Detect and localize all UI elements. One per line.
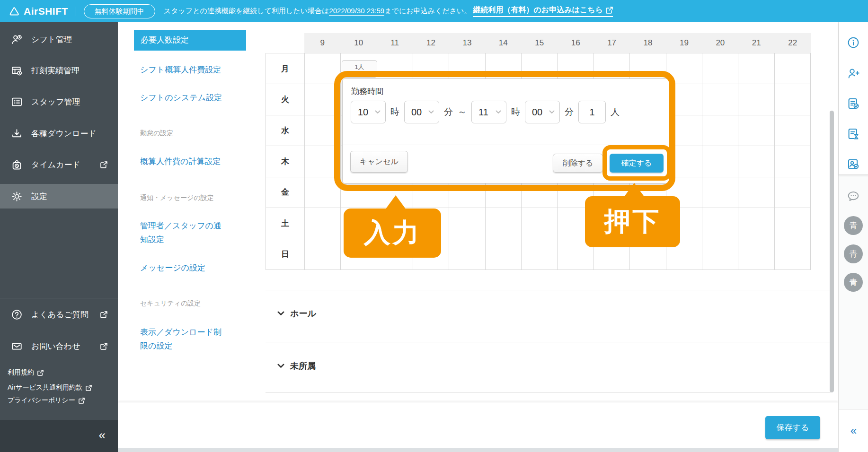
grid-cell[interactable] bbox=[738, 84, 774, 115]
settings-nav-shift-system[interactable]: シフトのシステム設定 bbox=[140, 91, 230, 104]
grid-cell[interactable] bbox=[305, 177, 341, 208]
sidebar-item-contact[interactable]: お問い合わせ bbox=[0, 336, 118, 356]
group-hall[interactable]: ホール bbox=[277, 306, 316, 321]
grid-cell[interactable] bbox=[775, 146, 811, 177]
grid-cell[interactable] bbox=[666, 84, 702, 115]
hour-label: 15 bbox=[522, 33, 558, 53]
grid-cell[interactable] bbox=[702, 84, 738, 115]
grid-cell[interactable] bbox=[775, 208, 811, 239]
grid-cell[interactable] bbox=[702, 208, 738, 239]
grid-cell[interactable] bbox=[738, 177, 774, 208]
grid-cell[interactable] bbox=[666, 146, 702, 177]
sidebar-item-settings[interactable]: 設定 bbox=[0, 184, 118, 209]
grid-cell[interactable] bbox=[775, 84, 811, 115]
settings-nav-labor-cost-calc[interactable]: 概算人件費の計算設定 bbox=[140, 155, 230, 168]
grid-cell[interactable] bbox=[486, 208, 522, 239]
member-badge[interactable]: 青 bbox=[844, 244, 863, 263]
grid-cell[interactable] bbox=[738, 208, 774, 239]
grid-cell[interactable] bbox=[305, 84, 341, 115]
settings-nav-message[interactable]: メッセージの設定 bbox=[140, 261, 230, 275]
grid-cell[interactable] bbox=[305, 115, 341, 146]
sidebar-item-label: よくあるご質問 bbox=[31, 309, 89, 320]
sidebar-item-downloads[interactable]: 各種ダウンロード bbox=[0, 118, 118, 149]
grid-cell[interactable] bbox=[305, 239, 341, 270]
day-label: 土 bbox=[266, 208, 305, 239]
cancel-button[interactable]: キャンセル bbox=[350, 151, 408, 173]
day-label: 月 bbox=[266, 53, 305, 84]
grid-cell[interactable] bbox=[775, 53, 811, 84]
hour-label: 12 bbox=[413, 33, 449, 53]
doc-hourglass-icon[interactable] bbox=[846, 127, 860, 141]
delete-button[interactable]: 削除する bbox=[553, 154, 603, 173]
grid-cell[interactable] bbox=[449, 239, 485, 270]
external-link-icon bbox=[606, 7, 613, 14]
member-badge[interactable]: 青 bbox=[844, 273, 863, 292]
start-minute-select[interactable]: 00 bbox=[404, 101, 439, 123]
rail-collapse-button[interactable]: « bbox=[839, 409, 868, 452]
start-hour-select[interactable]: 10 bbox=[351, 101, 386, 123]
settings-nav-admin-staff-notify[interactable]: 管理者／スタッフの通知設定 bbox=[140, 219, 224, 246]
person-doc-check-icon[interactable] bbox=[846, 157, 860, 171]
air-terms-link[interactable]: Airサービス共通利用約款 bbox=[8, 383, 92, 392]
sidebar-item-time-card[interactable]: タイムカード bbox=[0, 149, 118, 180]
end-minute-select[interactable]: 00 bbox=[525, 101, 560, 123]
end-minute-value: 00 bbox=[532, 107, 542, 118]
settings-nav-shift-labor-cost[interactable]: シフト概算人件費設定 bbox=[140, 63, 230, 77]
grid-cell[interactable] bbox=[666, 115, 702, 146]
save-button[interactable]: 保存する bbox=[765, 416, 820, 439]
grid-cell[interactable] bbox=[702, 115, 738, 146]
grid-cell[interactable] bbox=[775, 239, 811, 270]
sidebar-collapse-button[interactable]: « bbox=[99, 420, 106, 452]
end-hour-select[interactable]: 11 bbox=[471, 101, 506, 123]
annotation-input: 入力 bbox=[344, 209, 441, 258]
staff-count-input[interactable]: 1 bbox=[578, 101, 606, 123]
grid-cell[interactable] bbox=[702, 177, 738, 208]
day-label: 木 bbox=[266, 146, 305, 177]
grid-cell[interactable] bbox=[486, 239, 522, 270]
settings-section-security: セキュリティの設定 bbox=[140, 299, 201, 308]
sidebar-item-time-record[interactable]: 打刻実績管理 bbox=[0, 55, 118, 86]
sidebar-item-shift-management[interactable]: シフト管理 bbox=[0, 24, 118, 55]
confirm-button[interactable]: 確定する bbox=[610, 154, 664, 173]
grid-cell[interactable] bbox=[305, 208, 341, 239]
terms-link[interactable]: 利用規約 bbox=[8, 368, 44, 377]
info-icon[interactable] bbox=[846, 35, 860, 50]
sidebar-item-label: 打刻実績管理 bbox=[31, 65, 80, 76]
popup-controls: 10 時 00 分 ～ 11 時 00 分 1 人 bbox=[351, 101, 620, 123]
grid-cell[interactable] bbox=[702, 146, 738, 177]
grid-cell[interactable] bbox=[522, 208, 558, 239]
sidebar-item-faq[interactable]: よくあるご質問 bbox=[0, 304, 118, 324]
grid-cell[interactable] bbox=[305, 53, 341, 84]
staff-count-chip[interactable]: 1人 bbox=[342, 60, 377, 78]
grid-cell[interactable] bbox=[738, 53, 774, 84]
privacy-link[interactable]: プライバシーポリシー bbox=[8, 396, 85, 405]
paid-signup-link[interactable]: 継続利用（有料）のお申込みはこちら bbox=[473, 5, 613, 17]
grid-cell[interactable] bbox=[775, 115, 811, 146]
grid-cell[interactable] bbox=[666, 53, 702, 84]
grid-cell[interactable] bbox=[775, 177, 811, 208]
doc-check-icon[interactable] bbox=[846, 96, 860, 111]
end-hour-value: 11 bbox=[478, 107, 488, 118]
vertical-scrollbar[interactable] bbox=[830, 111, 834, 392]
speech-bubble-icon[interactable] bbox=[846, 189, 860, 203]
group-unassigned[interactable]: 未所属 bbox=[277, 359, 316, 373]
grid-cell[interactable] bbox=[702, 239, 738, 270]
settings-nav-display-download-limit[interactable]: 表示／ダウンロード制限の設定 bbox=[140, 325, 224, 353]
annotation-press: 押下 bbox=[585, 196, 680, 247]
member-badge[interactable]: 青 bbox=[844, 216, 863, 235]
grid-cell[interactable] bbox=[738, 115, 774, 146]
chevron-down-icon bbox=[375, 110, 381, 114]
grid-cell[interactable] bbox=[449, 208, 485, 239]
hour-label: 14 bbox=[485, 33, 521, 53]
person-add-icon[interactable] bbox=[846, 66, 860, 80]
hour-label: 17 bbox=[593, 33, 629, 53]
grid-cell[interactable] bbox=[738, 239, 774, 270]
grid-cell[interactable] bbox=[522, 239, 558, 270]
grid-cell[interactable] bbox=[305, 146, 341, 177]
grid-cell[interactable] bbox=[738, 146, 774, 177]
settings-nav-required-staff[interactable]: 必要人数設定 bbox=[134, 30, 246, 51]
grid-cell[interactable] bbox=[702, 53, 738, 84]
airshift-logo-icon bbox=[9, 6, 20, 17]
rail-icon-panel bbox=[839, 22, 868, 175]
sidebar-item-staff-management[interactable]: スタッフ管理 bbox=[0, 86, 118, 117]
